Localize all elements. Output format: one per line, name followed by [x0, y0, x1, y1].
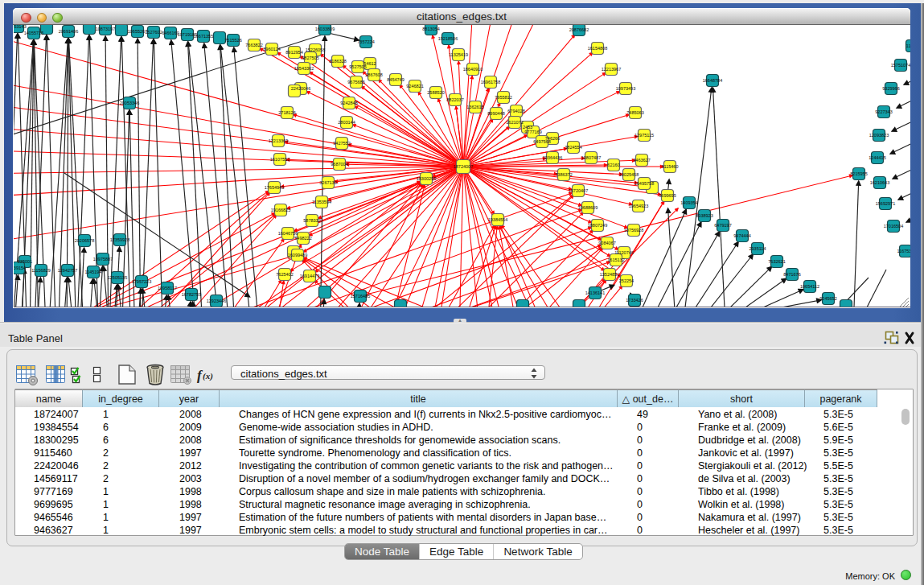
svg-text:6479197: 6479197 [714, 223, 731, 228]
svg-text:939154: 939154 [14, 266, 26, 270]
svg-text:15720407: 15720407 [569, 188, 588, 193]
svg-text:10025458: 10025458 [619, 172, 639, 177]
svg-text:6794028: 6794028 [507, 109, 524, 113]
svg-text:3267130: 3267130 [319, 180, 336, 185]
svg-text:16543362: 16543362 [294, 66, 314, 71]
svg-text:9777169: 9777169 [524, 130, 541, 134]
svg-text:10688609: 10688609 [578, 205, 598, 210]
svg-text:2053143: 2053143 [14, 25, 27, 29]
svg-text:8471676: 8471676 [783, 272, 800, 277]
svg-text:16671355: 16671355 [194, 34, 213, 39]
svg-text:8822037: 8822037 [446, 97, 463, 102]
svg-text:9474444: 9474444 [733, 233, 750, 238]
svg-text:10975887: 10975887 [93, 257, 113, 262]
svg-text:17957223: 17957223 [132, 279, 151, 284]
svg-text:19166825: 19166825 [271, 208, 290, 212]
svg-text:9246821: 9246821 [406, 84, 423, 89]
svg-text:1621072: 1621072 [506, 120, 523, 125]
svg-text:19654923: 19654923 [629, 204, 648, 208]
svg-text:12213369: 12213369 [269, 138, 288, 143]
svg-text:2588520: 2588520 [427, 90, 444, 95]
svg-text:9084067: 9084067 [598, 241, 615, 245]
svg-text:18300295: 18300295 [417, 176, 436, 181]
svg-text:18724007: 18724007 [454, 164, 473, 169]
svg-text:8215955: 8215955 [850, 171, 867, 176]
svg-text:7357224: 7357224 [357, 39, 374, 44]
svg-text:11353594: 11353594 [312, 200, 331, 204]
svg-text:1145194: 1145194 [84, 270, 101, 274]
svg-text:14136141: 14136141 [585, 290, 605, 295]
svg-text:2867608: 2867608 [365, 72, 382, 77]
svg-text:835001: 835001 [18, 259, 32, 264]
svg-text:6497568: 6497568 [533, 139, 550, 144]
svg-text:8938923: 8938923 [696, 213, 713, 218]
svg-text:1733426: 1733426 [626, 298, 643, 303]
svg-text:15751074: 15751074 [891, 63, 910, 68]
svg-text:19218506: 19218506 [438, 36, 458, 41]
svg-text:10973493: 10973493 [616, 86, 635, 91]
svg-text:16914479: 16914479 [300, 274, 319, 278]
svg-text:7955812: 7955812 [495, 95, 511, 100]
svg-text:9329966: 9329966 [882, 86, 899, 91]
svg-text:(x): (x) [203, 371, 213, 381]
svg-text:8813054: 8813054 [422, 27, 439, 31]
svg-text:252254: 252254 [619, 278, 634, 283]
svg-text:10958117: 10958117 [158, 286, 177, 290]
svg-text:1362615: 1362615 [466, 105, 483, 109]
svg-text:9687004: 9687004 [331, 162, 347, 167]
svg-text:10807487: 10807487 [581, 155, 601, 160]
svg-text:1167530: 1167530 [897, 249, 910, 253]
svg-text:12093823: 12093823 [869, 133, 889, 138]
svg-text:9699695: 9699695 [659, 193, 676, 198]
svg-text:20206578: 20206578 [75, 238, 94, 243]
svg-text:22420046: 22420046 [291, 86, 310, 91]
svg-text:10873197: 10873197 [96, 27, 115, 31]
svg-text:62160: 62160 [607, 163, 619, 167]
svg-text:8960124: 8960124 [263, 47, 280, 51]
svg-text:11156829: 11156829 [31, 268, 51, 273]
svg-text:9227343: 9227343 [875, 109, 892, 114]
svg-text:9463627: 9463627 [633, 158, 650, 163]
svg-text:7515526: 7515526 [224, 38, 241, 43]
svg-text:16099489: 16099489 [288, 253, 307, 257]
svg-text:12923446: 12923446 [207, 299, 226, 303]
svg-text:13524851: 13524851 [600, 272, 619, 277]
svg-text:12975115: 12975115 [634, 133, 654, 138]
svg-text:10756928: 10756928 [624, 228, 643, 233]
svg-text:9245652: 9245652 [819, 296, 836, 301]
svg-text:16648784: 16648784 [703, 78, 722, 83]
svg-text:1409354: 1409354 [680, 200, 697, 205]
svg-text:16495758: 16495758 [634, 181, 654, 186]
svg-text:12942757: 12942757 [58, 268, 77, 273]
svg-text:7632621: 7632621 [768, 259, 785, 264]
svg-text:8990448: 8990448 [487, 111, 504, 116]
svg-text:18640910: 18640910 [463, 67, 483, 72]
svg-text:12213967: 12213967 [602, 67, 621, 72]
svg-text:1244415: 1244415 [869, 155, 885, 160]
svg-text:8912954: 8912954 [285, 50, 302, 55]
svg-text:20876682: 20876682 [569, 27, 589, 32]
svg-text:9242848: 9242848 [340, 101, 357, 105]
svg-text:5498222: 5498222 [294, 236, 311, 241]
svg-text:17016504: 17016504 [884, 224, 903, 229]
svg-text:17359928: 17359928 [110, 237, 129, 242]
svg-text:8454749: 8454749 [387, 77, 404, 82]
svg-text:16107552: 16107552 [270, 157, 290, 162]
svg-text:54612: 54612 [363, 61, 376, 66]
svg-text:16154808: 16154808 [588, 46, 607, 51]
svg-text:2935114: 2935114 [749, 246, 766, 251]
svg-text:5878332: 5878332 [303, 218, 320, 223]
svg-text:16782759: 16782759 [182, 292, 201, 297]
svg-text:15226058: 15226058 [306, 47, 325, 52]
svg-text:15716485: 15716485 [351, 294, 370, 299]
svg-text:11120746: 11120746 [614, 250, 634, 255]
svg-text:7485063: 7485063 [626, 110, 643, 115]
svg-text:20364436: 20364436 [543, 155, 562, 160]
svg-text:9115460: 9115460 [661, 164, 678, 169]
svg-text:10654112: 10654112 [800, 284, 819, 289]
svg-text:9675685: 9675685 [347, 80, 364, 84]
svg-text:20053346: 20053346 [120, 101, 139, 105]
svg-text:3824554: 3824554 [565, 145, 581, 150]
svg-text:7625402: 7625402 [276, 272, 293, 277]
svg-text:9427552: 9427552 [333, 141, 350, 146]
